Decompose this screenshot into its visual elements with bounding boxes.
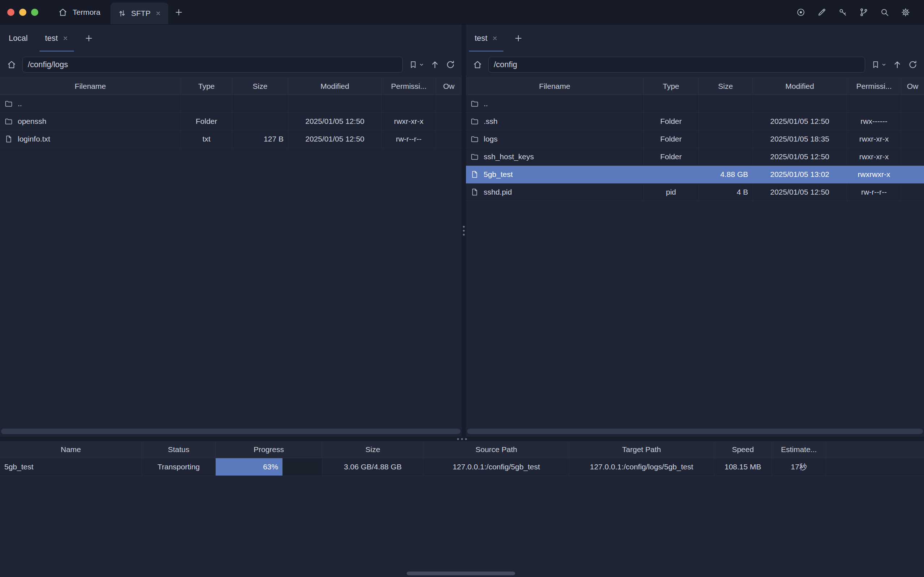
permissions-cell: rwxr-xr-x: [847, 131, 901, 148]
close-icon[interactable]: [492, 35, 498, 41]
filename-cell: logs: [466, 131, 644, 148]
size-cell: [698, 148, 753, 165]
plus-icon: [514, 34, 523, 43]
up-directory-icon[interactable]: [430, 60, 440, 70]
type-cell: [644, 166, 698, 183]
up-directory-icon[interactable]: [892, 60, 902, 70]
file-row[interactable]: opensshFolder2025/01/05 12:50rwxr-xr-x: [0, 113, 462, 131]
git-branch-icon[interactable]: [859, 8, 868, 17]
path-input[interactable]: [23, 57, 403, 73]
column-header-target-path[interactable]: Target Path: [569, 441, 714, 458]
table-header-row: FilenameTypeSizeModifiedPermissi...Ow: [0, 78, 462, 95]
column-header-permissi[interactable]: Permissi...: [382, 78, 436, 95]
column-header-size[interactable]: Size: [698, 78, 753, 95]
column-header-ow[interactable]: Ow: [436, 78, 462, 95]
filename-cell: sshd.pid: [466, 184, 644, 201]
sftp-tab-label: SFTP: [131, 9, 151, 18]
column-header-permissi[interactable]: Permissi...: [847, 78, 901, 95]
close-icon[interactable]: [63, 35, 68, 41]
refresh-icon[interactable]: [446, 60, 455, 69]
file-row[interactable]: ..: [0, 95, 462, 113]
tab-test[interactable]: test: [466, 24, 506, 52]
horizontal-scrollbar[interactable]: [467, 429, 923, 434]
column-header-filename[interactable]: Filename: [466, 78, 644, 95]
column-header-source-path[interactable]: Source Path: [424, 441, 569, 458]
titlebar-actions: [796, 0, 924, 24]
tab-termora[interactable]: Termora: [48, 0, 111, 24]
column-header-size[interactable]: Size: [322, 441, 424, 458]
filename-label: .ssh: [484, 117, 498, 126]
type-cell: Folder: [181, 113, 232, 130]
add-tab-button[interactable]: [168, 0, 189, 24]
permissions-cell: [382, 95, 436, 112]
file-row[interactable]: 5gb_test4.88 GB2025/01/05 13:02rwxrwxr-x: [466, 166, 924, 184]
file-row[interactable]: sshd.pidpid4 B2025/01/05 12:50rw-r--r--: [466, 184, 924, 201]
close-icon[interactable]: [155, 10, 161, 16]
type-cell: Folder: [644, 113, 698, 130]
column-header-type[interactable]: Type: [644, 78, 698, 95]
column-header-filename[interactable]: Filename: [0, 78, 181, 95]
column-header-name[interactable]: Name: [0, 441, 142, 458]
progress-bar: 63%: [216, 458, 282, 475]
transfer-status-cell: Transporting: [142, 458, 216, 475]
home-icon[interactable]: [472, 60, 482, 70]
column-header-modified[interactable]: Modified: [288, 78, 382, 95]
transfer-arrows-icon: [118, 9, 126, 18]
filename-label: 5gb_test: [484, 170, 513, 179]
modified-cell: 2025/01/05 13:02: [753, 166, 847, 183]
column-header-size[interactable]: Size: [232, 78, 288, 95]
pencil-icon[interactable]: [817, 8, 826, 17]
add-tab-button[interactable]: [506, 24, 530, 52]
record-icon[interactable]: [796, 8, 806, 17]
horizontal-scrollbar[interactable]: [407, 572, 515, 575]
column-header-speed[interactable]: Speed: [714, 441, 772, 458]
tab-local[interactable]: Local: [0, 24, 37, 52]
owner-cell: [436, 113, 462, 130]
search-icon[interactable]: [880, 8, 889, 17]
column-header-modified[interactable]: Modified: [753, 78, 847, 95]
path-input[interactable]: [489, 57, 865, 73]
close-window-button[interactable]: [7, 9, 15, 16]
refresh-icon[interactable]: [908, 60, 918, 69]
column-header-type[interactable]: Type: [181, 78, 232, 95]
file-row[interactable]: .sshFolder2025/01/05 12:50rwx------: [466, 113, 924, 131]
gear-icon[interactable]: [901, 8, 910, 17]
home-icon[interactable]: [6, 60, 17, 70]
bookmark-icon: [408, 60, 418, 69]
tab-label: Local: [9, 34, 28, 43]
split-divider-horizontal[interactable]: [0, 437, 924, 441]
tab-test[interactable]: test: [37, 24, 77, 52]
modified-cell: 2025/01/05 12:50: [288, 131, 382, 148]
table-header-row: FilenameTypeSizeModifiedPermissi...Ow: [466, 78, 924, 95]
split-divider-vertical[interactable]: [462, 24, 466, 437]
progress-label: 63%: [263, 463, 278, 471]
column-header-estimate[interactable]: Estimate...: [772, 441, 826, 458]
tab-sftp[interactable]: SFTP: [111, 3, 168, 24]
file-row[interactable]: logsFolder2025/01/05 18:35rwxr-xr-x: [466, 131, 924, 148]
add-tab-button[interactable]: [77, 24, 101, 52]
key-icon[interactable]: [838, 8, 847, 17]
left-pathbar: [0, 52, 462, 77]
bookmark-button[interactable]: [871, 60, 887, 69]
modified-cell: 2025/01/05 12:50: [753, 113, 847, 130]
file-row[interactable]: loginfo.txttxt127 B2025/01/05 12:50rw-r-…: [0, 131, 462, 148]
minimize-window-button[interactable]: [19, 9, 26, 16]
column-header-progress[interactable]: Progress: [216, 441, 322, 458]
permissions-cell: rwxrwxr-x: [847, 166, 901, 183]
folder-icon: [470, 152, 479, 161]
column-header-status[interactable]: Status: [142, 441, 216, 458]
file-row[interactable]: ..: [466, 95, 924, 113]
file-icon: [470, 170, 479, 179]
file-row[interactable]: ssh_host_keysFolder2025/01/05 12:50rwxr-…: [466, 148, 924, 166]
bookmark-button[interactable]: [408, 60, 424, 69]
owner-cell: [901, 131, 924, 148]
chevron-down-icon: [419, 62, 424, 67]
horizontal-scrollbar[interactable]: [1, 429, 461, 434]
column-header-ow[interactable]: Ow: [901, 78, 924, 95]
filename-cell: .ssh: [466, 113, 644, 130]
owner-cell: [901, 113, 924, 130]
zoom-window-button[interactable]: [31, 9, 38, 16]
permissions-cell: rwxr-xr-x: [382, 113, 436, 130]
transfer-row[interactable]: 5gb_testTransporting63%3.06 GB/4.88 GB12…: [0, 458, 924, 476]
owner-cell: [901, 184, 924, 201]
